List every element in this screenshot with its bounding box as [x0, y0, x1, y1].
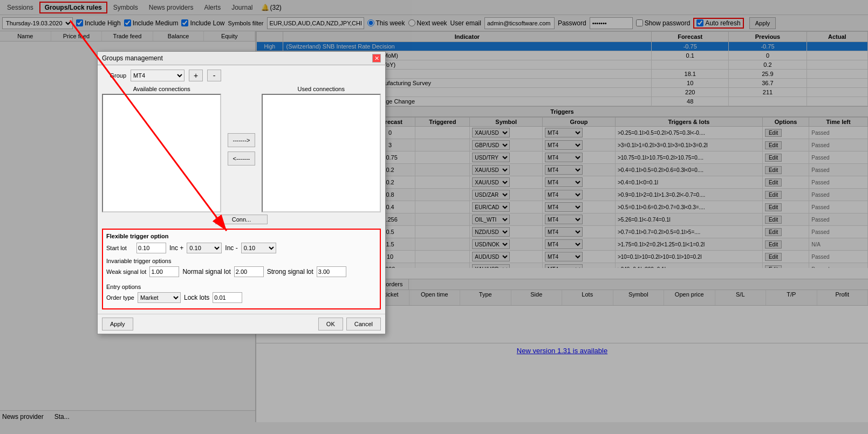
group-select[interactable]: MT4 [131, 70, 184, 81]
lock-lots-input[interactable] [213, 292, 242, 303]
normal-signal-input[interactable] [234, 266, 264, 277]
flexible-trigger-section: Flexible trigger option Start lot Inc + … [102, 229, 381, 309]
groups-management-dialog: Groups management ✕ Group MT4 + - Availa… [97, 51, 386, 334]
order-type-label: Order type [106, 294, 134, 301]
footer-right: OK Cancel [318, 318, 381, 330]
dialog-ok-button[interactable]: OK [318, 318, 343, 330]
available-connections-listbox[interactable] [102, 94, 221, 212]
dialog-footer: Apply OK Cancel [98, 314, 385, 334]
used-connections-panel: Used connections [262, 86, 381, 212]
strong-signal-label: Strong signal lot [267, 268, 313, 275]
order-type-select[interactable]: Market [138, 292, 181, 303]
conn-button[interactable]: Conn... [215, 215, 268, 224]
start-lot-input[interactable] [136, 243, 166, 253]
weak-signal-input[interactable] [149, 266, 179, 277]
weak-signal-label: Weak signal lot [106, 268, 146, 275]
available-connections-title: Available connections [102, 86, 221, 92]
entry-options-title: Entry options [106, 284, 377, 290]
used-connections-listbox[interactable] [262, 94, 381, 212]
start-lot-label: Start lot [106, 245, 133, 251]
group-row: Group MT4 + - [102, 70, 381, 81]
move-left-button[interactable]: <------- [228, 151, 255, 166]
lock-lots-label: Lock lots [184, 294, 209, 301]
remove-group-button[interactable]: - [207, 70, 221, 81]
footer-left: Apply [102, 318, 133, 330]
dialog-title-bar: Groups management ✕ [98, 52, 385, 65]
invariable-trigger-title: Invariable trigger options [106, 258, 377, 264]
available-connections-panel: Available connections [102, 86, 221, 212]
dialog-close-button[interactable]: ✕ [372, 54, 381, 63]
conn-btn-area: Conn... [102, 215, 381, 224]
arrow-buttons: -------> <------- [225, 86, 257, 212]
strong-signal-input[interactable] [317, 266, 346, 277]
connections-row: Available connections -------> <------- … [102, 86, 381, 212]
add-group-button[interactable]: + [189, 70, 203, 81]
normal-signal-label: Normal signal lot [182, 268, 230, 275]
flexible-trigger-title: Flexible trigger option [106, 233, 377, 239]
dialog-cancel-button[interactable]: Cancel [346, 318, 381, 330]
move-right-button[interactable]: -------> [228, 133, 255, 147]
invariable-trigger-row: Weak signal lot Normal signal lot Strong… [106, 266, 377, 277]
used-connections-title: Used connections [262, 86, 381, 92]
dialog-body: Group MT4 + - Available connections ----… [98, 65, 385, 314]
inc-plus-select[interactable]: 0.100.200.50 [187, 243, 222, 253]
entry-options-section: Entry options Order type Market Lock lot… [106, 281, 377, 303]
inc-minus-select[interactable]: 0.100.200.50 [241, 243, 276, 253]
dialog-apply-button[interactable]: Apply [102, 318, 133, 330]
inc-plus-label: Inc + [169, 244, 183, 252]
flexible-trigger-row: Start lot Inc + 0.100.200.50 Inc - 0.100… [106, 243, 377, 253]
group-label: Group [102, 72, 126, 79]
dialog-title-text: Groups management [102, 54, 163, 62]
entry-options-row: Order type Market Lock lots [106, 292, 377, 303]
inc-minus-label: Inc - [225, 244, 237, 252]
invariable-trigger-section: Invariable trigger options Weak signal l… [106, 256, 377, 281]
